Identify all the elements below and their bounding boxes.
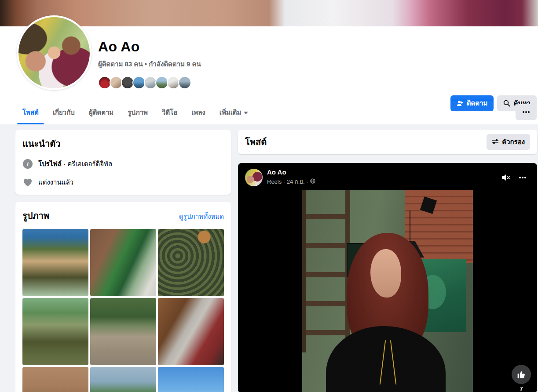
profile-tabbar: โพสต์ เกี่ยวกับ ผู้ติดตาม รูปภาพ วิดีโอ … bbox=[15, 100, 537, 124]
posts-filter-button[interactable]: ตัวกรอง bbox=[487, 134, 530, 150]
filters-icon bbox=[492, 138, 499, 146]
tab-music[interactable]: เพลง bbox=[184, 100, 212, 124]
tab-more[interactable]: เพิ่มเติม bbox=[212, 100, 256, 124]
see-all-photos-link[interactable]: ดูรูปภาพทั้งหมด bbox=[179, 211, 224, 222]
thumbs-up-icon bbox=[517, 370, 526, 379]
tab-about[interactable]: เกี่ยวกับ bbox=[46, 100, 82, 124]
ellipsis-icon bbox=[522, 111, 530, 113]
heart-icon bbox=[22, 177, 33, 188]
profile-type-label: โปรไฟล์ bbox=[38, 160, 62, 167]
post-header: Ao Ao Reels · 24 ก.ย. · bbox=[238, 163, 537, 192]
photo-thumbnail[interactable] bbox=[90, 367, 156, 392]
posts-header-card: โพสต์ ตัวกรอง bbox=[238, 130, 537, 154]
video-lamp-cord bbox=[410, 211, 410, 243]
post-meta-text[interactable]: Reels · 24 ก.ย. · bbox=[267, 177, 308, 186]
reel-post-card: Ao Ao Reels · 24 ก.ย. · bbox=[238, 163, 537, 392]
tab-photos[interactable]: รูปภาพ bbox=[121, 100, 155, 124]
intro-profile-type-row: i โปรไฟล์ · ครีเอเตอร์ดิจิทัล bbox=[22, 159, 224, 169]
intro-relationship-row: แต่งงานแล้ว bbox=[22, 177, 224, 188]
reel-video-frame bbox=[302, 190, 473, 392]
like-count: 7 bbox=[520, 385, 523, 392]
reel-video[interactable] bbox=[238, 190, 537, 392]
post-menu-icon[interactable] bbox=[519, 176, 527, 179]
profile-type-value: · ครีเอเตอร์ดิจิทัล bbox=[62, 160, 112, 167]
photo-thumbnail[interactable] bbox=[22, 367, 88, 392]
relationship-status: แต่งงานแล้ว bbox=[38, 177, 73, 188]
globe-icon bbox=[310, 178, 315, 185]
photo-thumbnail[interactable] bbox=[22, 229, 88, 296]
photo-thumbnail[interactable] bbox=[22, 298, 88, 365]
reel-like-controls: 7 bbox=[512, 365, 531, 392]
post-author-name[interactable]: Ao Ao bbox=[267, 168, 497, 176]
video-shelf-backdrop bbox=[302, 190, 350, 352]
like-button[interactable] bbox=[512, 365, 531, 384]
right-column: โพสต์ ตัวกรอง Ao Ao Reels · 24 ก.ย. · bbox=[238, 130, 537, 392]
profile-header: Ao Ao ผู้ติดตาม 83 คน • กำลังติดตาม 9 คน… bbox=[0, 26, 538, 124]
photo-thumbnail[interactable] bbox=[158, 229, 224, 296]
photo-thumbnail[interactable] bbox=[90, 298, 156, 365]
follower-avatars bbox=[98, 76, 201, 89]
post-author-avatar[interactable] bbox=[245, 169, 263, 186]
tab-videos[interactable]: วิดีโอ bbox=[155, 100, 184, 124]
profile-picture[interactable] bbox=[17, 15, 91, 90]
tab-posts[interactable]: โพสต์ bbox=[15, 100, 46, 124]
profile-page: Ao Ao ผู้ติดตาม 83 คน • กำลังติดตาม 9 คน… bbox=[0, 0, 538, 392]
photo-thumbnail[interactable] bbox=[158, 367, 224, 392]
intro-card: แนะนำตัว i โปรไฟล์ · ครีเอเตอร์ดิจิทัล แ… bbox=[15, 130, 231, 195]
photo-grid bbox=[22, 229, 224, 392]
posts-title: โพสต์ bbox=[245, 135, 267, 149]
profile-info: Ao Ao ผู้ติดตาม 83 คน • กำลังติดตาม 9 คน bbox=[98, 39, 201, 89]
photos-card: รูปภาพ ดูรูปภาพทั้งหมด bbox=[15, 202, 231, 392]
info-icon: i bbox=[22, 159, 33, 169]
intro-title: แนะนำตัว bbox=[22, 137, 224, 151]
photo-thumbnail[interactable] bbox=[90, 229, 156, 296]
photo-thumbnail[interactable] bbox=[158, 298, 224, 365]
cover-photo[interactable] bbox=[0, 0, 538, 26]
chevron-down-icon bbox=[244, 112, 248, 114]
mute-icon[interactable] bbox=[501, 174, 511, 181]
profile-name: Ao Ao bbox=[98, 39, 201, 55]
filter-button-label: ตัวกรอง bbox=[502, 137, 525, 147]
followers-summary[interactable]: ผู้ติดตาม 83 คน • กำลังติดตาม 9 คน bbox=[98, 59, 201, 69]
tab-followers[interactable]: ผู้ติดตาม bbox=[82, 100, 121, 124]
content-area: แนะนำตัว i โปรไฟล์ · ครีเอเตอร์ดิจิทัล แ… bbox=[0, 124, 538, 392]
more-options-button[interactable] bbox=[516, 104, 537, 120]
follower-avatar[interactable] bbox=[178, 76, 191, 89]
left-column: แนะนำตัว i โปรไฟล์ · ครีเอเตอร์ดิจิทัล แ… bbox=[15, 130, 231, 392]
photos-title: รูปภาพ bbox=[22, 209, 49, 223]
video-person-face bbox=[370, 249, 401, 298]
